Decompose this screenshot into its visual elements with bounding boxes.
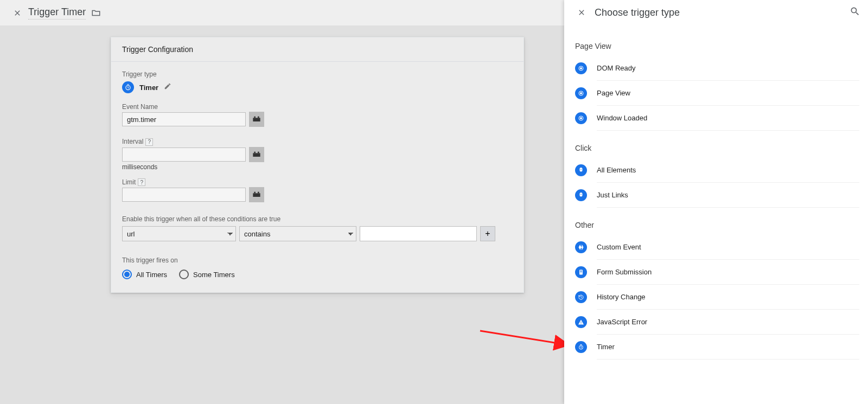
trigger-type-option-label: Just Links [597, 191, 628, 199]
fires-on-label: This trigger fires on [122, 256, 513, 264]
trigger-type-option[interactable]: Form Submission [597, 260, 859, 285]
custom-event-icon [575, 241, 587, 253]
limit-input[interactable] [122, 188, 246, 202]
condition-variable-select[interactable]: url [122, 226, 236, 241]
history-change-icon [575, 291, 587, 303]
folder-icon[interactable] [91, 8, 101, 18]
interval-help-icon[interactable]: ? [145, 138, 153, 146]
radio-all-timers[interactable]: All Timers [122, 270, 167, 279]
topbar: Trigger Timer [0, 0, 564, 25]
trigger-type-option[interactable]: History Change [597, 285, 859, 310]
trigger-type-option[interactable]: Just Links [597, 183, 859, 208]
fires-on-radios: All Timers Some Timers [122, 270, 513, 279]
svg-rect-19 [580, 272, 582, 272]
add-condition-button[interactable]: + [480, 226, 495, 241]
condition-row: url contains + [122, 226, 513, 241]
trigger-type-row: Timer [122, 81, 513, 93]
trigger-type-option-label: Form Submission [597, 268, 652, 276]
event-name-label: Event Name [122, 103, 513, 111]
svg-rect-18 [580, 271, 582, 271]
trigger-type-option[interactable]: Timer [597, 335, 859, 360]
svg-rect-6 [258, 151, 259, 153]
svg-rect-3 [258, 117, 259, 118]
trigger-type-option[interactable]: Window Loaded [597, 106, 859, 131]
event-name-input[interactable] [122, 112, 246, 126]
event-name-variable-button[interactable] [249, 112, 264, 127]
interval-label: Interval? [122, 138, 513, 146]
radio-selected-icon [122, 270, 132, 279]
trigger-type-option[interactable]: All Elements [597, 158, 859, 183]
svg-rect-20 [581, 322, 582, 323]
radio-some-timers-label: Some Timers [193, 271, 235, 279]
all-elements-icon [575, 164, 587, 176]
trigger-type-option-label: History Change [597, 293, 646, 301]
trigger-type-option[interactable]: DOM Ready [597, 56, 859, 81]
limit-help-icon[interactable]: ? [138, 178, 145, 186]
svg-rect-21 [581, 323, 582, 324]
timer-icon [122, 81, 134, 93]
svg-point-11 [580, 67, 582, 69]
page-view-icon [575, 87, 587, 99]
trigger-type-option-label: Page View [597, 89, 630, 97]
trigger-type-option[interactable]: Page View [597, 81, 859, 106]
page-title[interactable]: Trigger Timer [28, 7, 86, 20]
radio-unselected-icon [179, 270, 189, 279]
svg-point-13 [580, 92, 582, 94]
radio-some-timers[interactable]: Some Timers [179, 270, 235, 279]
trigger-type-option-label: Custom Event [597, 243, 641, 251]
trigger-type-option-label: JavaScript Error [597, 318, 647, 326]
search-icon[interactable] [850, 6, 860, 19]
javascript-error-icon [575, 316, 587, 328]
trigger-type-option-label: Timer [597, 343, 615, 351]
svg-rect-4 [253, 153, 260, 157]
conditions-label: Enable this trigger when all of these co… [122, 215, 513, 223]
dom-ready-icon [575, 62, 587, 74]
svg-rect-2 [254, 117, 256, 118]
svg-rect-5 [254, 151, 256, 153]
limit-variable-button[interactable] [249, 187, 264, 202]
window-loaded-icon [575, 112, 587, 124]
card-header: Trigger Configuration [111, 37, 524, 62]
interval-variable-button[interactable] [249, 147, 264, 162]
svg-rect-8 [254, 192, 256, 194]
drawer-header: Choose trigger type [564, 0, 868, 25]
trigger-type-option[interactable]: Custom Event [597, 235, 859, 260]
interval-input[interactable] [122, 148, 246, 162]
condition-operator-select[interactable]: contains [239, 226, 356, 241]
limit-label: Limit? [122, 178, 513, 187]
svg-point-15 [580, 117, 582, 119]
group-label: Page View [575, 42, 859, 50]
timer-icon [575, 341, 587, 353]
trigger-type-option[interactable]: JavaScript Error [597, 310, 859, 335]
radio-all-timers-label: All Timers [136, 271, 167, 279]
svg-rect-7 [253, 193, 260, 197]
condition-value-input[interactable] [360, 226, 477, 241]
drawer-close-icon[interactable] [574, 5, 589, 20]
just-links-icon [575, 189, 587, 201]
trigger-type-option-label: Window Loaded [597, 114, 647, 122]
group-label: Click [575, 144, 859, 152]
trigger-config-card: Trigger Configuration Trigger type Timer… [111, 37, 524, 293]
drawer-title: Choose trigger type [595, 7, 680, 18]
trigger-type-label: Trigger type [122, 70, 513, 78]
svg-rect-9 [258, 192, 259, 194]
edit-trigger-type-icon[interactable] [164, 82, 171, 92]
form-submission-icon [575, 266, 587, 278]
trigger-type-name: Timer [139, 84, 158, 92]
group-label: Other [575, 221, 859, 229]
interval-unit: milliseconds [122, 163, 513, 171]
trigger-type-option-label: All Elements [597, 166, 636, 174]
trigger-type-drawer: Choose trigger type Page ViewDOM ReadyPa… [564, 0, 868, 404]
trigger-type-option-label: DOM Ready [597, 64, 636, 72]
close-icon[interactable] [10, 5, 25, 21]
svg-rect-1 [253, 118, 260, 121]
